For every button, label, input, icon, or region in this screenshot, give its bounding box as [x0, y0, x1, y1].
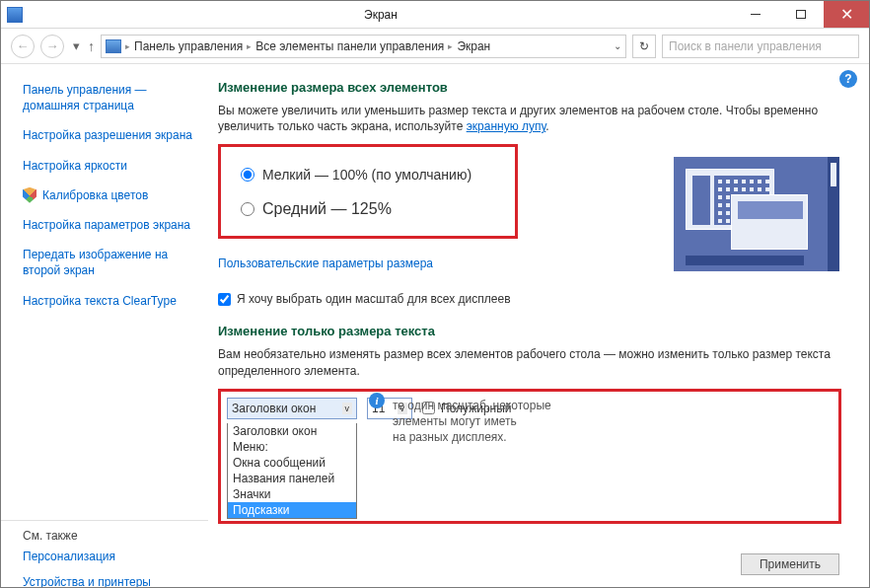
sidebar-resolution[interactable]: Настройка разрешения экрана — [23, 127, 200, 143]
forward-button[interactable]: → — [40, 35, 64, 58]
dropdown-option[interactable]: Подсказки — [228, 502, 356, 518]
description-2: Вам необязательно изменять размер всех э… — [218, 346, 841, 378]
magnifier-link[interactable]: экранную лупу — [467, 119, 546, 133]
refresh-button[interactable]: ↻ — [632, 35, 656, 58]
shield-icon — [23, 187, 36, 203]
app-icon — [7, 7, 23, 23]
sidebar-calibrate[interactable]: Калибровка цветов — [42, 187, 148, 203]
history-dropdown[interactable]: ▾ — [70, 35, 82, 58]
main-content: ? Изменение размера всех элементов Вы мо… — [208, 64, 869, 587]
highlight-box-2: Заголовки оконv 11v Полужирный Заголовки… — [218, 389, 841, 524]
sidebar-display-settings[interactable]: Настройка параметров экрана — [23, 217, 200, 233]
custom-size-link[interactable]: Пользовательские параметры размера — [218, 257, 433, 270]
element-select[interactable]: Заголовки оконv — [227, 398, 357, 419]
chevron-right-icon: ▸ — [448, 41, 453, 51]
chevron-down-icon: v — [342, 403, 353, 414]
crumb-3[interactable]: Экран — [457, 39, 490, 53]
search-input[interactable]: Поиск в панели управления — [662, 35, 859, 58]
navbar: ← → ▾ ↑ ▸ Панель управления ▸ Все элемен… — [1, 29, 869, 64]
radio-small[interactable]: Мелкий — 100% (по умолчанию) — [241, 167, 495, 183]
heading-text-only: Изменение только размера текста — [218, 324, 841, 338]
see-also-heading: См. также — [23, 529, 200, 543]
dropdown-option[interactable]: Значки — [228, 486, 356, 502]
up-button[interactable]: ↑ — [88, 38, 95, 54]
chevron-right-icon: ▸ — [125, 41, 130, 51]
crumb-1[interactable]: Панель управления — [134, 39, 243, 53]
info-icon: i — [369, 393, 385, 408]
sidebar-home[interactable]: Панель управления —домашняя страница — [23, 82, 200, 113]
scale-note: те один масштаб, некоторые элементы могу… — [393, 398, 608, 446]
checkbox-one-scale[interactable]: Я хочу выбрать один масштаб для всех дис… — [218, 292, 841, 306]
dropdown-option[interactable]: Заголовки окон — [228, 423, 356, 439]
sidebar-brightness[interactable]: Настройка яркости — [23, 158, 200, 174]
sidebar: Панель управления —домашняя страница Нас… — [1, 64, 208, 587]
back-button[interactable]: ← — [11, 35, 35, 58]
breadcrumb-dropdown[interactable]: ⌄ — [614, 40, 621, 51]
preview-image — [674, 157, 839, 271]
chevron-right-icon: ▸ — [247, 41, 252, 51]
sidebar-devices[interactable]: Устройства и принтеры — [23, 574, 200, 588]
help-icon[interactable]: ? — [839, 70, 857, 88]
sidebar-cleartype[interactable]: Настройка текста ClearType — [23, 293, 200, 309]
breadcrumb[interactable]: ▸ Панель управления ▸ Все элементы панел… — [101, 35, 626, 58]
highlight-box-1: Мелкий — 100% (по умолчанию) Средний — 1… — [218, 144, 518, 239]
sidebar-project[interactable]: Передать изображение навторой экран — [23, 247, 200, 278]
titlebar: Экран ✕ — [1, 1, 869, 29]
minimize-button[interactable] — [733, 1, 778, 28]
radio-medium[interactable]: Средний — 125% — [241, 200, 495, 218]
dropdown-option[interactable]: Окна сообщений — [228, 455, 356, 471]
window-title: Экран — [29, 8, 733, 22]
dropdown-option[interactable]: Названия панелей — [228, 471, 356, 486]
description-1: Вы можете увеличить или уменьшить размер… — [218, 103, 841, 134]
control-panel-icon — [106, 39, 121, 53]
apply-button[interactable]: Применить — [741, 553, 839, 575]
dropdown-option[interactable]: Меню: — [228, 439, 356, 455]
element-dropdown: Заголовки окон Меню: Окна сообщений Назв… — [227, 423, 357, 519]
heading-all-items: Изменение размера всех элементов — [218, 80, 841, 95]
close-button[interactable]: ✕ — [824, 1, 869, 28]
crumb-2[interactable]: Все элементы панели управления — [255, 39, 444, 53]
maximize-button[interactable] — [778, 1, 824, 28]
sidebar-personalization[interactable]: Персонализация — [23, 549, 200, 564]
